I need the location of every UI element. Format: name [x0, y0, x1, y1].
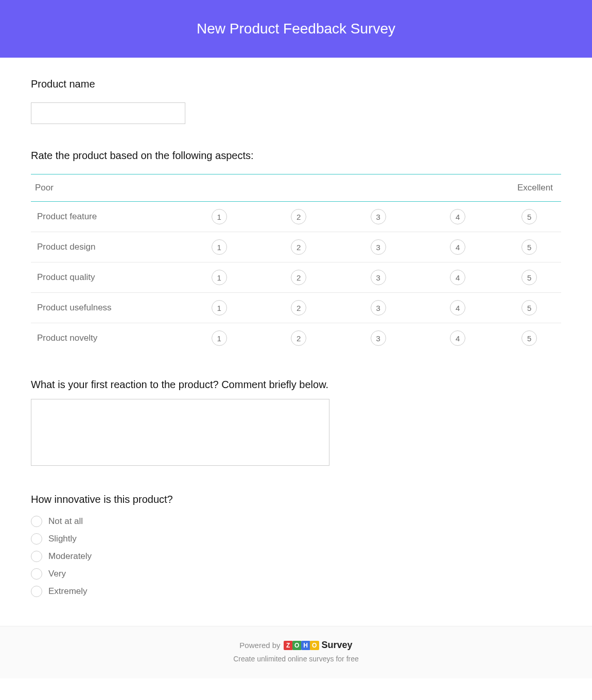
radio-list: Not at all Slightly Moderately Very Extr… — [31, 513, 561, 600]
rating-option-1[interactable]: 1 — [212, 209, 227, 224]
row-label: Product design — [31, 232, 179, 262]
radio-label: Very — [48, 569, 66, 579]
radio-item: Slightly — [31, 530, 561, 548]
row-label: Product feature — [31, 202, 179, 232]
radio-button[interactable] — [31, 568, 42, 580]
rating-option-1[interactable]: 1 — [212, 300, 227, 316]
row-label: Product novelty — [31, 323, 179, 354]
rating-option-3[interactable]: 3 — [371, 209, 386, 224]
question-innovative: How innovative is this product? Not at a… — [31, 494, 561, 600]
radio-label: Extremely — [48, 586, 88, 597]
rating-option-2[interactable]: 2 — [291, 239, 306, 255]
rating-option-2[interactable]: 2 — [291, 330, 306, 346]
powered-by-text: Powered by — [239, 641, 280, 650]
rating-option-5[interactable]: 5 — [521, 270, 537, 285]
radio-label: Slightly — [48, 534, 77, 544]
row-label: Product usefulness — [31, 293, 179, 323]
q4-label: How innovative is this product? — [31, 494, 561, 505]
row-label: Product quality — [31, 262, 179, 293]
radio-item: Moderately — [31, 548, 561, 565]
brand-suffix: Survey — [322, 640, 353, 651]
rating-option-3[interactable]: 3 — [371, 270, 386, 285]
rating-option-5[interactable]: 5 — [521, 209, 537, 224]
footer-tagline: Create unlimited online surveys for free — [10, 655, 582, 663]
radio-item: Not at all — [31, 513, 561, 530]
rating-option-5[interactable]: 5 — [521, 300, 537, 316]
q3-label: What is your first reaction to the produ… — [31, 379, 561, 391]
question-rating-matrix: Rate the product based on the following … — [31, 150, 561, 353]
q1-label: Product name — [31, 78, 561, 90]
rating-option-4[interactable]: 4 — [450, 330, 465, 346]
table-row: Product quality 1 2 3 4 5 — [31, 262, 561, 293]
product-name-input[interactable] — [31, 102, 185, 124]
rating-option-1[interactable]: 1 — [212, 330, 227, 346]
question-reaction: What is your first reaction to the produ… — [31, 379, 561, 468]
rating-option-5[interactable]: 5 — [521, 330, 537, 346]
rating-option-1[interactable]: 1 — [212, 270, 227, 285]
table-row: Product feature 1 2 3 4 5 — [31, 202, 561, 232]
rating-option-2[interactable]: 2 — [291, 300, 306, 316]
table-row: Product design 1 2 3 4 5 — [31, 232, 561, 262]
question-product-name: Product name — [31, 78, 561, 124]
rating-option-4[interactable]: 4 — [450, 239, 465, 255]
rating-option-2[interactable]: 2 — [291, 209, 306, 224]
scale-low-header: Poor — [31, 174, 179, 202]
radio-label: Not at all — [48, 516, 83, 527]
radio-item: Extremely — [31, 583, 561, 600]
scale-high-header: Excellent — [497, 174, 561, 202]
zoho-logo-icon: Z O H O — [284, 641, 319, 650]
rating-table: Poor Excellent Product feature 1 2 3 4 5 — [31, 174, 561, 353]
radio-button[interactable] — [31, 516, 42, 527]
radio-button[interactable] — [31, 551, 42, 562]
rating-option-4[interactable]: 4 — [450, 270, 465, 285]
rating-option-5[interactable]: 5 — [521, 239, 537, 255]
radio-button[interactable] — [31, 586, 42, 597]
survey-header: New Product Feedback Survey — [0, 0, 592, 58]
powered-by-line: Powered by Z O H O Survey — [10, 640, 582, 651]
rating-option-4[interactable]: 4 — [450, 300, 465, 316]
rating-option-3[interactable]: 3 — [371, 239, 386, 255]
radio-item: Very — [31, 565, 561, 583]
radio-label: Moderately — [48, 551, 92, 562]
survey-body: Product name Rate the product based on t… — [0, 58, 592, 626]
rating-option-1[interactable]: 1 — [212, 239, 227, 255]
footer: Powered by Z O H O Survey Create unlimit… — [0, 626, 592, 678]
rating-option-2[interactable]: 2 — [291, 270, 306, 285]
rating-option-4[interactable]: 4 — [450, 209, 465, 224]
survey-title: New Product Feedback Survey — [197, 21, 395, 37]
table-row: Product novelty 1 2 3 4 5 — [31, 323, 561, 354]
rating-option-3[interactable]: 3 — [371, 300, 386, 316]
q2-label: Rate the product based on the following … — [31, 150, 561, 162]
reaction-textarea[interactable] — [31, 399, 329, 466]
table-row: Product usefulness 1 2 3 4 5 — [31, 293, 561, 323]
radio-button[interactable] — [31, 533, 42, 545]
rating-option-3[interactable]: 3 — [371, 330, 386, 346]
